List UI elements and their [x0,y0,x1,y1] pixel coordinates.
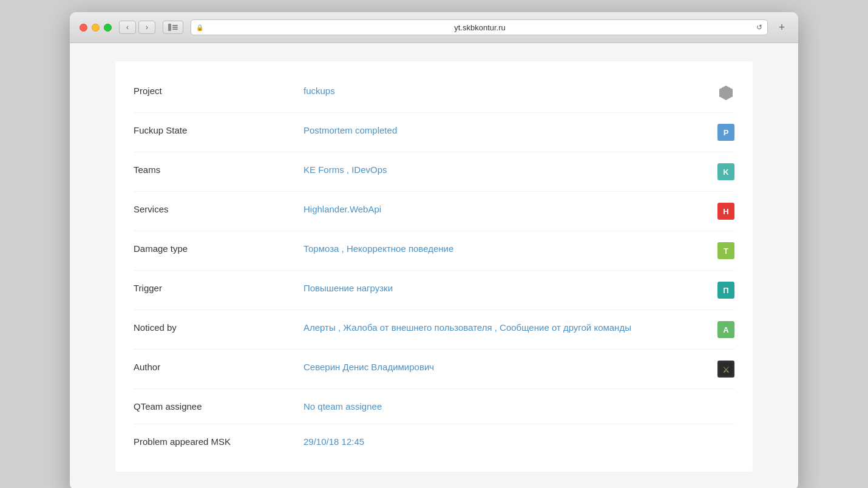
page-content: ProjectfuckupsFuckup StatePostmortem com… [115,61,753,472]
forward-button[interactable]: › [138,21,155,34]
field-value-3[interactable]: Highlander.WebApi [303,203,708,214]
field-value-6[interactable]: Алерты , Жалоба от внешнего пользователя… [303,321,708,333]
back-button[interactable]: ‹ [119,21,136,34]
svg-rect-1 [172,25,178,26]
field-value-4[interactable]: Тормоза , Некорректное поведение [303,242,708,254]
author-avatar-image: ⚔ [717,361,734,378]
maximize-button[interactable] [104,24,112,32]
field-value-2[interactable]: KE Forms , IDevOps [303,163,708,175]
field-row: Noticed byАлерты , Жалоба от внешнего по… [134,310,734,350]
field-row: TeamsKE Forms , IDevOpsK [134,152,734,192]
sidebar-icon [168,24,178,31]
field-icon-6: A [717,321,734,338]
browser-content: ProjectfuckupsFuckup StatePostmortem com… [70,43,798,488]
field-label-6: Noticed by [134,321,303,333]
browser-window: ‹ › 🔒 yt.skbkontur.ru ↺ + Projectfuckups… [70,12,798,488]
reload-icon[interactable]: ↺ [756,23,762,32]
back-icon: ‹ [126,23,129,32]
nav-buttons: ‹ › [119,21,155,34]
fields-container: ProjectfuckupsFuckup StatePostmortem com… [134,73,734,459]
lock-icon: 🔒 [196,24,203,31]
sidebar-toggle-button[interactable] [163,21,183,34]
author-avatar: ⚔ [717,361,734,378]
field-value-7[interactable]: Северин Денис Владимирович [303,361,708,372]
field-label-2: Teams [134,163,303,175]
field-value-1[interactable]: Postmortem completed [303,124,708,135]
field-row: AuthorСеверин Денис Владимирович⚔ [134,350,734,389]
field-row: Projectfuckups [134,73,734,113]
field-value-0[interactable]: fuckups [303,84,708,96]
field-label-7: Author [134,361,303,372]
field-icon-3: H [717,203,734,220]
field-icon-2: K [717,163,734,180]
minimize-button[interactable] [92,24,100,32]
field-value-8: No qteam assignee [303,400,734,412]
url-text: yt.skbkontur.ru [207,23,753,32]
field-row: Problem appeared MSK29/10/18 12:45 [134,424,734,459]
forward-icon: › [146,23,148,32]
field-label-9: Problem appeared MSK [134,435,303,447]
svg-rect-2 [172,27,178,28]
field-label-5: Trigger [134,282,303,293]
svg-rect-0 [168,24,171,31]
field-icon-0 [717,84,734,101]
svg-rect-3 [172,29,178,30]
field-label-0: Project [134,84,303,96]
field-label-3: Services [134,203,303,214]
traffic-lights [80,24,112,32]
field-icon-5: П [717,282,734,299]
field-label-1: Fuckup State [134,124,303,135]
field-row: QTeam assigneeNo qteam assignee [134,389,734,424]
field-icon-1: P [717,124,734,141]
field-row: ServicesHighlander.WebApiH [134,192,734,231]
field-row: TriggerПовышение нагрузкиП [134,271,734,310]
field-value-5[interactable]: Повышение нагрузки [303,282,708,293]
field-row: Damage typeТормоза , Некорректное поведе… [134,231,734,271]
field-row: Fuckup StatePostmortem completedP [134,113,734,152]
field-value-9: 29/10/18 12:45 [303,435,734,447]
author-icon: ⚔ [719,362,733,376]
field-label-8: QTeam assignee [134,400,303,412]
close-button[interactable] [80,24,87,32]
field-icon-4: T [717,242,734,259]
svg-marker-4 [719,86,733,100]
field-label-4: Damage type [134,242,303,254]
new-tab-button[interactable]: + [775,21,788,34]
browser-chrome: ‹ › 🔒 yt.skbkontur.ru ↺ + [70,12,798,43]
svg-text:⚔: ⚔ [722,365,730,374]
address-bar[interactable]: 🔒 yt.skbkontur.ru ↺ [191,19,768,35]
